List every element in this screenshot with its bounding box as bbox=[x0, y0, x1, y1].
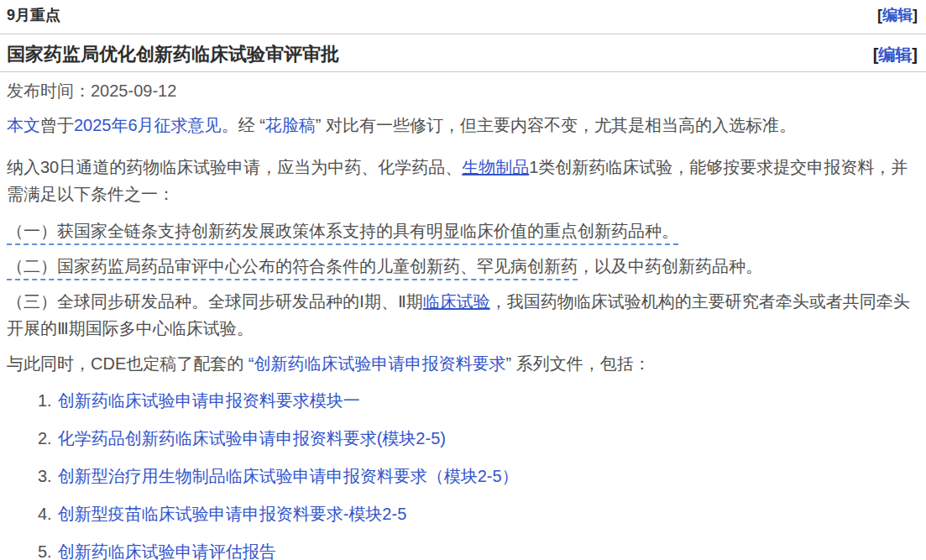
link-june-consultation[interactable]: 2025年6月征求意见 bbox=[74, 116, 222, 134]
condition-text: （三）全球同步研发品种。全球同步研发品种的Ⅰ期、Ⅱ期 bbox=[7, 292, 423, 311]
edit-bracket-close: ] bbox=[913, 7, 918, 24]
section-edit: [编辑] bbox=[877, 5, 918, 25]
list-number: 2. bbox=[38, 429, 52, 447]
intro-paragraph: 本文曾于2025年6月征求意见。经 “花脸稿” 对比有一些修订，但主要内容不变，… bbox=[0, 112, 926, 139]
document-link-module-1[interactable]: 创新药临床试验申请申报资料要求模块一 bbox=[58, 391, 360, 410]
article-edit-link[interactable]: 编辑 bbox=[878, 45, 912, 64]
channel-paragraph: 纳入30日通道的药物临床试验申请，应当为中药、化学药品、生物制品1类创新药临床试… bbox=[0, 154, 926, 207]
section-edit-link[interactable]: 编辑 bbox=[882, 7, 913, 24]
document-list-item: 5.创新药临床试验申请评估报告 bbox=[7, 538, 914, 560]
cde-text: 与此同时，CDE也定稿了配套的 bbox=[7, 354, 249, 373]
article-page: 9月重点 [编辑] 国家药监局优化创新药临床试验审评审批 [编辑] 发布时间：2… bbox=[0, 0, 926, 560]
document-list: 1.创新药临床试验申请申报资料要求模块一 2.化学药品创新药临床试验申请申报资料… bbox=[0, 387, 926, 560]
intro-text: 。经 “ bbox=[222, 116, 265, 134]
document-list-item: 4.创新型疫苗临床试验申请申报资料要求-模块2-5 bbox=[7, 500, 914, 527]
publish-date: 发布时间：2025-09-12 bbox=[0, 80, 926, 102]
edit-bracket-close: ] bbox=[912, 45, 918, 64]
link-biological-products[interactable]: 生物制品 bbox=[462, 158, 529, 176]
list-number: 4. bbox=[38, 505, 52, 523]
list-number: 5. bbox=[38, 542, 52, 560]
diff-marked-text: （一）获国家全链条支持创新药发展政策体系支持的具有明显临床价值的重点创新药品种。 bbox=[7, 222, 678, 245]
article-edit: [编辑] bbox=[873, 43, 918, 66]
channel-text: 纳入30日通道的药物临床试验申请，应当为中药、化学药品、 bbox=[7, 158, 462, 176]
section-header: 9月重点 [编辑] bbox=[0, 0, 926, 34]
document-link-vaccine[interactable]: 创新型疫苗临床试验申请申报资料要求-模块2-5 bbox=[58, 505, 407, 523]
intro-text: ” 对比有一些修订，但主要内容不变，尤其是相当高的入选标准。 bbox=[316, 116, 796, 134]
document-list-item: 1.创新药临床试验申请申报资料要求模块一 bbox=[7, 387, 914, 414]
diff-marked-text: （二）国家药监局药品审评中心公布的符合条件的儿童创新药、罕见病创新药 bbox=[7, 257, 578, 280]
diff-marked-text: 5.创新药临床试验申请评估报告 bbox=[38, 542, 276, 560]
section-title: 9月重点 bbox=[7, 5, 60, 25]
cde-paragraph: 与此同时，CDE也定稿了配套的 “创新药临床试验申请申报资料要求” 系列文件，包… bbox=[0, 350, 926, 377]
cde-text: ” 系列文件，包括： bbox=[505, 354, 650, 373]
link-hualiangao[interactable]: 花脸稿 bbox=[265, 116, 316, 134]
condition-2: （二）国家药监局药品审评中心公布的符合条件的儿童创新药、罕见病创新药，以及中药创… bbox=[0, 253, 926, 280]
condition-3: （三）全球同步研发品种。全球同步研发品种的Ⅰ期、Ⅱ期临床试验，我国药物临床试验机… bbox=[0, 288, 926, 342]
document-link-chemical[interactable]: 化学药品创新药临床试验申请申报资料要求(模块2-5) bbox=[58, 429, 446, 447]
intro-text: 曾于 bbox=[40, 116, 74, 134]
link-this-article[interactable]: 本文 bbox=[7, 116, 40, 134]
article-title: 国家药监局优化创新药临床试验审评审批 bbox=[7, 43, 339, 66]
link-cde-series[interactable]: “创新药临床试验申请申报资料要求 bbox=[249, 354, 506, 373]
condition-text: ，以及中药创新药品种。 bbox=[578, 257, 762, 275]
document-list-item: 3.创新型治疗用生物制品临床试验申请申报资料要求（模块2-5） bbox=[7, 463, 914, 489]
list-number: 3. bbox=[38, 467, 52, 485]
list-number: 1. bbox=[38, 391, 52, 410]
article-header: 国家药监局优化创新药临床试验审评审批 [编辑] bbox=[0, 34, 926, 72]
link-clinical-trial[interactable]: 临床试验 bbox=[423, 292, 490, 311]
document-link-evaluation-report[interactable]: 创新药临床试验申请评估报告 bbox=[58, 542, 276, 560]
document-link-biologics[interactable]: 创新型治疗用生物制品临床试验申请申报资料要求（模块2-5） bbox=[58, 467, 519, 485]
document-list-item: 2.化学药品创新药临床试验申请申报资料要求(模块2-5) bbox=[7, 425, 914, 452]
condition-1: （一）获国家全链条支持创新药发展政策体系支持的具有明显临床价值的重点创新药品种。 bbox=[0, 217, 926, 244]
